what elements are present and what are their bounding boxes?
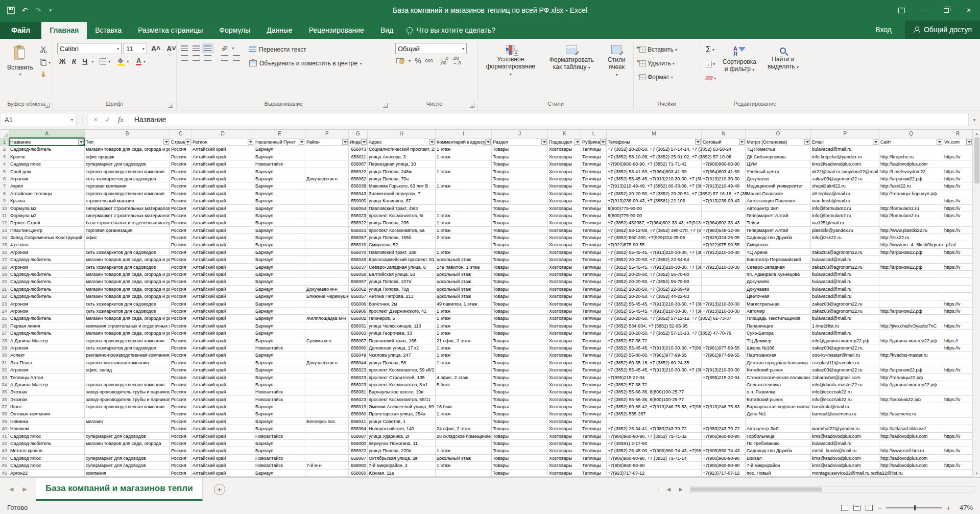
cell-M16[interactable]: +7 (3852) 55-45-45, +7(913)210-30-30, +7… [607,249,702,256]
row-header-21[interactable]: 21 [0,286,9,293]
cell-L9[interactable]: Теплицы [581,197,607,204]
dialog-launcher-icon[interactable] [45,103,50,108]
sort-filter-button[interactable]: АЯ Сортировка и фильтр ▾ [720,44,759,75]
tab-data[interactable]: Данные [258,22,301,39]
cell-M25[interactable]: +7 (3852) 20-20-50, +7 (3852) 57-12-12, … [607,315,702,322]
cell-E8[interactable]: Барнаул [254,190,305,197]
cell-D16[interactable]: Алтайский край [192,249,254,256]
cell-C39[interactable]: Россия [170,418,192,425]
cell-J21[interactable]: Товары [492,286,548,293]
column-header-Q[interactable]: Q [879,130,943,138]
cell-styles-button[interactable]: Стили ячеек ▾ [604,43,629,80]
cell-N22[interactable] [702,293,746,300]
cell-L3[interactable]: Теплицы [581,153,607,160]
cell-O23[interactable]: Магистральная [746,300,811,308]
row-header-27[interactable]: 27 [0,330,9,337]
cell-C33[interactable]: Россия [170,374,192,381]
cell-L18[interactable]: Теплицы [581,264,607,271]
cell-K31[interactable]: Хозтовары [548,359,581,366]
cell-M8[interactable]: +7 (3852) 20-20-50, +7 (3852) 20-20-51, … [607,190,702,197]
cell-H34[interactable]: проспект Космонавтов, 8 к1 [368,381,436,388]
column-header-C[interactable]: C [170,130,192,138]
cell-F30[interactable] [305,352,349,359]
cell-F1[interactable]: Район [305,138,349,146]
cell-D32[interactable]: Алтайский край [192,366,254,373]
cell-L37[interactable]: Теплицы [581,403,607,410]
cell-J2[interactable]: Товары [492,146,548,153]
zoom-percentage[interactable]: 47% [955,504,973,511]
cell-F13[interactable] [305,227,349,234]
cell-G37[interactable]: 656019 [349,403,368,410]
cell-N37[interactable]: +7(913)246-75-83 [702,403,746,410]
cell-C44[interactable]: Россия [170,455,192,462]
cell-M33[interactable]: +7(995)215-22-04 [607,374,702,381]
cell-F40[interactable] [305,425,349,432]
cell-M20[interactable]: +7 (3852) 20-20-50, +7 (3852) 56-70-80 [607,278,702,285]
cell-O12[interactable]: Тейси [746,219,811,226]
align-right-icon[interactable] [204,55,211,61]
cell-D12[interactable]: Алтайский край [192,219,254,226]
cell-K46[interactable]: Хозтовары [548,470,581,477]
cell-H22[interactable]: Антона Петрова, 213 [368,293,436,300]
cell-M35[interactable]: +7 (3852) 55-66-36, 8(800)100-25-77 [607,388,702,395]
cell-E43[interactable]: Барнаул [254,447,305,454]
cell-P21[interactable]: bulavacad@mail.ru [811,286,879,293]
cell-E32[interactable]: Барнаул [254,366,305,373]
cell-O5[interactable]: Учебный центр [746,168,811,175]
cell-J26[interactable]: Товары [492,322,548,330]
cell-J16[interactable]: Товары [492,249,548,256]
cell-I45[interactable]: 1 этаж [436,462,492,469]
vertical-scrollbar[interactable]: ▲ ▼ [973,130,980,477]
cell-B9[interactable]: строительный магазин [85,197,170,204]
sign-in-button[interactable]: Вход [862,26,905,34]
cell-I2[interactable]: 1 этаж [436,146,492,153]
hscroll-left-icon[interactable]: ◀ [665,486,673,492]
cell-P45[interactable]: kms@sadovodplus.com [811,462,879,469]
cell-P4[interactable]: kms@sadovodplus.com [811,160,879,168]
cell-O27[interactable]: Сухэ-Батора [746,330,811,337]
cell-H19[interactable]: Балтийская улица, 53 [368,271,436,278]
cell-G14[interactable]: 656067 [349,234,368,241]
select-all-corner[interactable] [0,130,9,138]
ribbon-display-options-icon[interactable] [890,0,913,20]
cell-J11[interactable]: Товары [492,212,548,219]
filter-dropdown-icon[interactable] [575,139,580,145]
cell-G20[interactable]: 656067 [349,278,368,285]
cell-F22[interactable]: Ближние Черёмушки [305,293,349,300]
cell-J22[interactable]: Товары [492,293,548,300]
cell-B2[interactable]: магазин товаров для сада, огорода и ры [85,146,170,153]
cell-R24[interactable]: https://v [943,308,973,315]
cell-Q36[interactable]: http://экознак22.рф [879,396,943,403]
cell-H6[interactable]: улица Попова, 70а [368,175,436,182]
conditional-formatting-button[interactable]: ≠ Условное форматирование ▾ [482,43,539,79]
cell-H45[interactable]: 7-й микрорайон, 2 [368,462,436,469]
cell-M18[interactable]: +7 (3852) 55-45-45, +7(913)210-30-30, +7… [607,264,702,271]
cell-R18[interactable]: https://v [943,264,973,271]
cell-R30[interactable] [943,352,973,359]
row-header-38[interactable]: 38 [0,410,9,417]
column-header-H[interactable]: H [368,130,436,138]
formula-bar-expand-icon[interactable]: ▾ [969,117,980,123]
cell-H29[interactable]: Деловская улица, 17 к2 [368,344,436,352]
cell-L14[interactable]: Теплицы [581,234,607,241]
cell-M2[interactable]: +7 (3852) 20-20-50, +7 (3852) 57-14-14, … [607,146,702,153]
cell-Q4[interactable]: http://sadovodplus.com [879,160,943,168]
cell-K28[interactable]: Хозтовары [548,337,581,344]
cell-B4[interactable]: супермаркет для садоводов [85,160,170,168]
scroll-down-icon[interactable]: ▼ [975,470,978,477]
enter-icon[interactable]: ✓ [105,115,111,124]
cell-J12[interactable]: Товары [492,219,548,226]
cell-K2[interactable]: Хозтовары [548,146,581,153]
cell-I16[interactable]: 1 этаж [436,249,492,256]
cell-C32[interactable]: Россия [170,366,192,373]
insert-function-icon[interactable]: fx [118,115,124,124]
cell-R9[interactable]: https://v [943,197,973,204]
cell-O20[interactable]: Докучаево [746,278,811,285]
cell-G4[interactable]: 658087 [349,160,368,168]
cell-I35[interactable] [436,388,492,395]
cell-J34[interactable]: Товары [492,381,548,388]
cell-C5[interactable]: Россия [170,168,192,175]
cell-A29[interactable]: Агроном [9,344,85,352]
cell-A46[interactable]: Аргон22 [9,470,85,477]
cell-D7[interactable]: Алтайский край [192,182,254,190]
